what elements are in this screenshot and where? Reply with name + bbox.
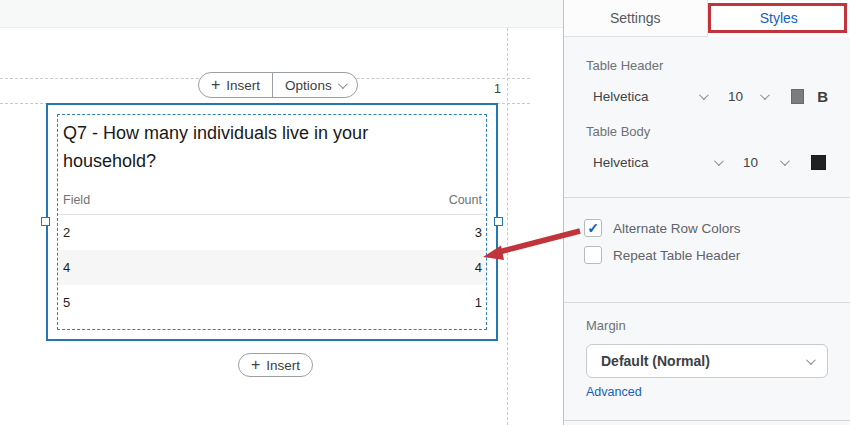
table-header-controls: Helvetica 10 B (593, 86, 828, 106)
body-font-value: Helvetica (593, 155, 649, 170)
chevron-down-icon (806, 355, 816, 365)
header-font-select[interactable]: Helvetica (593, 89, 706, 104)
options-button[interactable]: Options (272, 73, 357, 97)
plus-icon: + (211, 77, 220, 93)
resize-handle-left[interactable] (41, 217, 50, 226)
column-header-count: Count (449, 193, 482, 207)
cell-field: 5 (63, 295, 70, 310)
header-font-size-select[interactable]: 10 (728, 89, 767, 104)
tab-styles[interactable]: Styles (708, 0, 850, 37)
cell-count: 3 (475, 225, 482, 240)
bottom-insert-toolbar: + Insert (238, 353, 313, 377)
margin-select-value: Default (Normal) (601, 353, 710, 369)
header-font-value: Helvetica (593, 89, 649, 104)
table-row-alternate: 4 4 (58, 250, 486, 285)
chevron-down-icon (338, 79, 348, 89)
column-header-field: Field (63, 193, 90, 207)
tab-settings[interactable]: Settings (564, 0, 708, 37)
widget-content-boundary: Q7 - How many individuals live in your h… (57, 114, 487, 330)
panel-tabs: Settings Styles (564, 0, 850, 37)
body-font-size-value: 10 (743, 155, 758, 170)
margin-select[interactable]: Default (Normal) (586, 344, 828, 378)
resize-handle-right[interactable] (494, 217, 503, 226)
options-button-label: Options (285, 78, 332, 93)
advanced-link[interactable]: Advanced (586, 385, 642, 399)
checkbox-label: Alternate Row Colors (613, 221, 741, 236)
table-body-label: Table Body (586, 124, 650, 139)
table-header-row: Field Count (58, 187, 486, 215)
cell-field: 2 (63, 225, 70, 240)
margin-label: Margin (586, 318, 626, 333)
body-font-select[interactable]: Helvetica (593, 155, 721, 170)
cell-field: 4 (63, 260, 70, 275)
insert-button-bottom[interactable]: + Insert (239, 354, 312, 376)
panel-bottom-divider (564, 420, 850, 421)
checkbox-unchecked[interactable] (584, 246, 602, 264)
section-divider (564, 302, 850, 303)
body-color-swatch[interactable] (811, 155, 826, 170)
page-right-margin-guide (507, 28, 508, 425)
body-font-size-select[interactable]: 10 (743, 155, 787, 170)
alternate-row-colors-checkbox[interactable]: ✓ Alternate Row Colors (584, 219, 741, 237)
chevron-down-icon (780, 156, 790, 166)
table-row: 5 1 (58, 285, 486, 320)
report-canvas: 1 + Insert Options Q7 - How many individ… (0, 0, 563, 425)
checkbox-label: Repeat Table Header (613, 248, 740, 263)
insert-button-label: Insert (226, 78, 260, 93)
selected-table-widget[interactable]: Q7 - How many individuals live in your h… (46, 103, 498, 341)
table-body-controls: Helvetica 10 (593, 152, 828, 172)
insert-button-top[interactable]: + Insert (199, 73, 272, 97)
table-row: 2 3 (58, 215, 486, 250)
chevron-down-icon (760, 90, 770, 100)
question-title[interactable]: Q7 - How many individuals live in your h… (63, 120, 443, 175)
widget-toolbar: + Insert Options (198, 72, 358, 98)
repeat-table-header-checkbox[interactable]: Repeat Table Header (584, 246, 740, 264)
section-divider (564, 197, 850, 198)
insert-button-label: Insert (266, 358, 300, 373)
chevron-down-icon (699, 90, 709, 100)
checkbox-checked[interactable]: ✓ (584, 219, 602, 237)
table-header-label: Table Header (586, 58, 663, 73)
results-table: Field Count 2 3 4 4 5 1 (58, 187, 486, 320)
header-color-swatch[interactable] (791, 89, 804, 104)
styles-panel: Settings Styles Table Header Helvetica 1… (563, 0, 850, 425)
plus-icon: + (251, 357, 260, 373)
header-font-size-value: 10 (728, 89, 743, 104)
header-bold-toggle[interactable]: B (817, 88, 828, 105)
page-number: 1 (494, 82, 501, 96)
check-icon: ✓ (587, 221, 599, 235)
report-editor: 1 + Insert Options Q7 - How many individ… (0, 0, 850, 425)
cell-count: 4 (475, 260, 482, 275)
cell-count: 1 (475, 295, 482, 310)
canvas-top-gutter (0, 0, 563, 28)
chevron-down-icon (714, 156, 724, 166)
